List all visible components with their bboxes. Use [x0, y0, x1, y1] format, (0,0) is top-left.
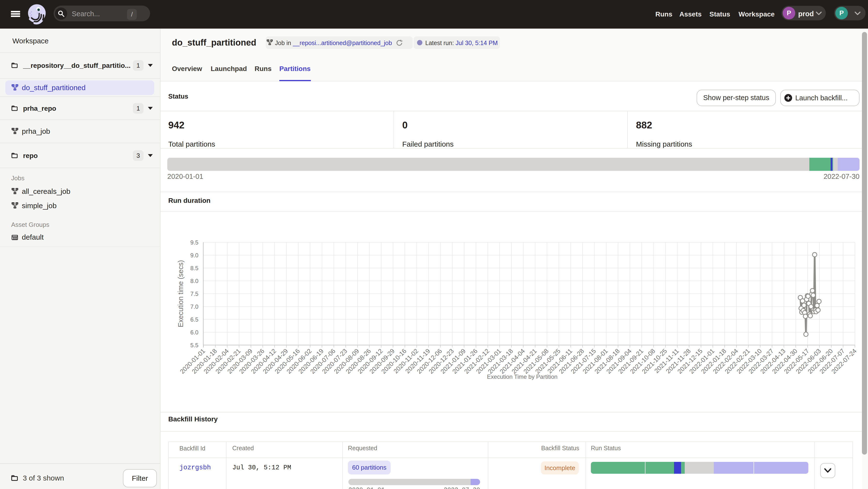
- svg-text:6.5: 6.5: [190, 316, 198, 323]
- svg-text:8.0: 8.0: [190, 278, 198, 284]
- svg-text:8.5: 8.5: [190, 265, 198, 271]
- svg-text:7.5: 7.5: [190, 291, 198, 297]
- svg-text:6.0: 6.0: [190, 329, 198, 336]
- svg-text:9.0: 9.0: [190, 252, 198, 259]
- svg-text:Execution time (secs): Execution time (secs): [177, 260, 185, 327]
- svg-text:7.0: 7.0: [190, 303, 198, 310]
- svg-text:5.5: 5.5: [190, 342, 198, 349]
- svg-text:Execution Time by Partition: Execution Time by Partition: [487, 373, 558, 380]
- svg-text:9.5: 9.5: [190, 239, 198, 246]
